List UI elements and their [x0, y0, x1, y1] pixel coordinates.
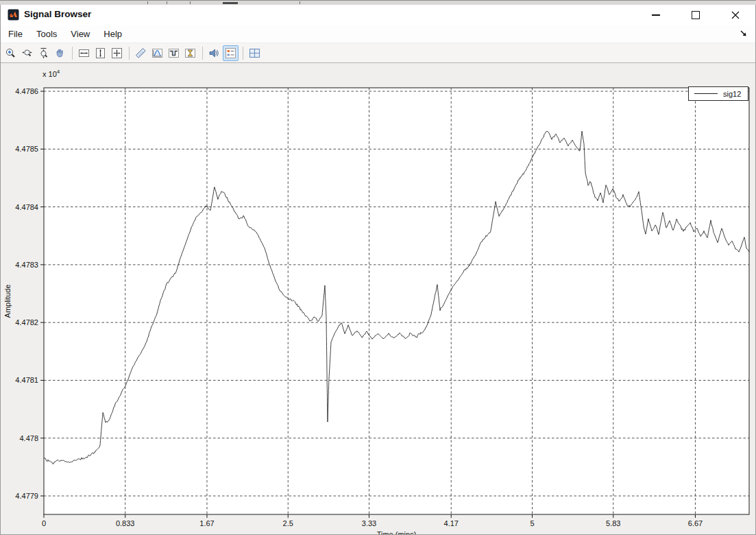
y-tick-label: 4.4785: [15, 145, 38, 153]
sliver-mark: [190, 1, 191, 4]
y-tick-label: 4.4781: [15, 376, 38, 384]
sliver-mark: [167, 1, 167, 4]
legend-toggle-button[interactable]: [223, 45, 239, 61]
menubar: File Tools View Help: [1, 25, 755, 43]
maximize-icon: [692, 11, 700, 19]
menu-tools[interactable]: Tools: [35, 27, 58, 40]
window-title: Signal Browser: [24, 9, 91, 19]
x-tick-label: 4.17: [444, 519, 459, 527]
sliver-mark: [300, 1, 300, 4]
x-tick-label: 0.833: [116, 519, 135, 527]
titlebar: Signal Browser: [1, 5, 755, 25]
pan-hand-icon: [54, 47, 66, 59]
bilevel-measurements-button[interactable]: [166, 45, 182, 61]
y-tick-label: 4.4779: [15, 492, 38, 500]
zoom-x-button[interactable]: [19, 45, 35, 61]
x-axis-label: Time (mins): [377, 530, 417, 534]
minimize-button[interactable]: [636, 5, 676, 25]
x-tick-label: 5: [530, 519, 534, 527]
legend-icon: [225, 47, 236, 59]
close-button[interactable]: [716, 5, 755, 25]
close-icon: [731, 10, 740, 20]
pan-button[interactable]: [52, 45, 68, 61]
dock-arrow-icon[interactable]: [739, 29, 748, 38]
signal-browser-window: Signal Browser File Tools View Help: [0, 5, 756, 535]
y-tick-label: 4.478: [19, 434, 38, 442]
peak-finder-icon: [184, 47, 196, 59]
menu-file[interactable]: File: [7, 27, 24, 40]
y-axis-exponent-label: x 104: [42, 69, 60, 78]
audio-button[interactable]: [206, 45, 222, 61]
background-window-sliver: [0, 0, 756, 5]
step-waveform-icon: [168, 47, 180, 59]
layout-button[interactable]: [247, 45, 263, 61]
menu-help[interactable]: Help: [102, 27, 123, 40]
y-tick-label: 4.4786: [15, 87, 38, 95]
legend-box[interactable]: sig12: [688, 86, 748, 101]
x-tick-label: 5.83: [606, 519, 620, 527]
ruler-icon: [135, 47, 147, 59]
y-tick-label: 4.4782: [15, 318, 38, 326]
toolbar-separator: [129, 47, 130, 60]
maximize-button[interactable]: [676, 5, 716, 25]
speaker-icon: [208, 47, 220, 59]
fit-to-view-icon: [111, 47, 123, 59]
statistics-bell-curve-icon: [151, 47, 163, 59]
plot-figure-area: 00.8331.672.53.334.1755.836.674.47794.47…: [1, 63, 755, 534]
x-tick-label: 6.67: [688, 519, 703, 527]
scale-y-axis-button[interactable]: [93, 45, 108, 61]
zoom-y-button[interactable]: [36, 45, 51, 61]
plot-background[interactable]: [44, 88, 749, 514]
signal-statistics-button[interactable]: [149, 45, 165, 61]
screen: Signal Browser File Tools View Help: [0, 0, 756, 535]
toolbar: [1, 43, 755, 63]
scale-x-icon: [78, 47, 90, 59]
legend-label: sig12: [723, 90, 741, 98]
sliver-mark: [223, 2, 238, 4]
zoom-x-icon: [21, 47, 33, 59]
app-logo-icon: [8, 9, 19, 21]
scale-x-axis-button[interactable]: [76, 45, 92, 61]
toolbar-separator: [243, 47, 243, 60]
toolbar-separator: [72, 47, 73, 60]
y-axis-label: Amplitude: [3, 285, 12, 318]
fit-to-view-button[interactable]: [109, 45, 125, 61]
measurements-button[interactable]: [133, 45, 149, 61]
y-tick-label: 4.4783: [15, 261, 38, 269]
x-tick-label: 1.67: [199, 519, 214, 527]
y-tick-label: 4.4784: [15, 203, 38, 211]
signal-plot[interactable]: 00.8331.672.53.334.1755.836.674.47794.47…: [1, 63, 755, 534]
x-tick-label: 3.33: [362, 519, 376, 527]
layout-grid-icon: [249, 47, 260, 59]
zoom-in-button[interactable]: [3, 45, 19, 61]
menu-view[interactable]: View: [69, 27, 91, 40]
peak-finder-button[interactable]: [182, 45, 198, 61]
zoom-in-icon: [5, 47, 16, 59]
scale-y-icon: [95, 47, 106, 59]
sliver-mark: [147, 1, 148, 4]
x-tick-label: 0: [42, 519, 46, 527]
zoom-y-icon: [38, 47, 49, 59]
x-tick-label: 2.5: [283, 519, 293, 527]
legend-line-sample: [694, 93, 718, 94]
window-controls: [636, 5, 755, 25]
toolbar-separator: [202, 47, 203, 60]
minimize-icon: [652, 14, 660, 15]
